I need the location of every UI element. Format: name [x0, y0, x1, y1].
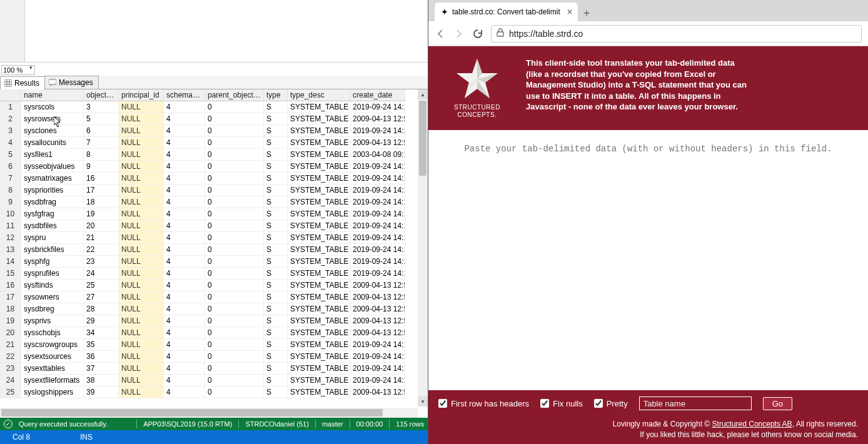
cell[interactable]: S [264, 315, 288, 327]
cell[interactable]: SYSTEM_TABLE [288, 268, 350, 280]
cell[interactable]: S [264, 125, 288, 137]
cell[interactable]: 29 [84, 315, 119, 327]
row-number[interactable]: 12 [0, 232, 21, 244]
results-grid[interactable]: nameobject_idprincipal_idschema_idparent… [0, 89, 428, 398]
cell[interactable]: 19 [84, 208, 119, 220]
tab-results[interactable]: Results [0, 76, 45, 89]
cell[interactable]: SYSTEM_TABLE [288, 184, 350, 196]
cell[interactable]: S [264, 303, 288, 315]
cell[interactable]: 2019-09-24 14:19 [350, 268, 405, 280]
cell[interactable]: S [264, 208, 288, 220]
table-name-input[interactable] [639, 396, 752, 410]
cell[interactable]: S [264, 196, 288, 208]
cell[interactable]: sysprufiles [21, 268, 84, 280]
column-header[interactable]: object_id [84, 89, 119, 101]
row-number[interactable]: 14 [0, 256, 21, 268]
cell[interactable]: S [264, 220, 288, 232]
scroll-down-icon[interactable]: ▼ [418, 396, 428, 406]
cell[interactable]: 4 [164, 303, 205, 315]
cell[interactable]: 2009-04-13 12:59 [350, 386, 405, 398]
row-number[interactable]: 9 [0, 196, 21, 208]
cell[interactable]: 4 [164, 232, 205, 244]
paste-input[interactable] [440, 141, 857, 390]
go-button[interactable]: Go [763, 397, 792, 410]
cell[interactable]: 7 [84, 137, 119, 149]
cell[interactable]: 2019-09-24 14:19 [350, 161, 405, 173]
cell[interactable]: 2019-09-24 14:19 [350, 244, 405, 256]
row-number[interactable]: 19 [0, 315, 21, 327]
cell[interactable]: SYSTEM_TABLE [288, 280, 350, 291]
cell[interactable]: sysowners [21, 291, 84, 303]
cell[interactable]: 2009-04-13 12:59 [350, 137, 405, 149]
cell[interactable]: 0 [205, 280, 264, 291]
cell[interactable]: 2019-09-24 14:19 [350, 256, 405, 268]
cell[interactable]: SYSTEM_TABLE [288, 375, 350, 386]
cell[interactable]: 4 [164, 208, 205, 220]
cell[interactable]: sysdbreg [21, 303, 84, 315]
cell[interactable]: 20 [84, 220, 119, 232]
cell[interactable]: NULL [119, 280, 164, 291]
cell[interactable]: NULL [119, 351, 164, 363]
cell[interactable]: SYSTEM_TABLE [288, 137, 350, 149]
cell[interactable]: S [264, 101, 288, 113]
cell[interactable]: NULL [119, 137, 164, 149]
cell[interactable]: 0 [205, 291, 264, 303]
close-tab-icon[interactable]: ✕ [567, 8, 573, 16]
cell[interactable]: NULL [119, 339, 164, 351]
cell[interactable]: 0 [205, 351, 264, 363]
cell[interactable]: S [264, 184, 288, 196]
cell[interactable]: 27 [84, 291, 119, 303]
new-tab-button[interactable]: ＋ [578, 4, 595, 21]
cell[interactable]: syscsrowgroups [21, 339, 84, 351]
cell[interactable]: 0 [205, 113, 264, 125]
cell[interactable]: SYSTEM_TABLE [288, 161, 350, 173]
row-number[interactable]: 24 [0, 375, 21, 386]
cell[interactable]: S [264, 232, 288, 244]
cell[interactable]: 4 [164, 363, 205, 375]
cell[interactable]: 4 [164, 256, 205, 268]
cell[interactable]: 0 [205, 208, 264, 220]
cell[interactable]: SYSTEM_TABLE [288, 291, 350, 303]
cell[interactable]: SYSTEM_TABLE [288, 149, 350, 161]
cell[interactable]: 5 [84, 113, 119, 125]
cell[interactable]: 18 [84, 196, 119, 208]
cell[interactable]: S [264, 280, 288, 291]
cell[interactable]: sysdbfrag [21, 196, 84, 208]
row-number[interactable]: 15 [0, 268, 21, 280]
cell[interactable]: 2009-04-13 12:59 [350, 280, 405, 291]
cell[interactable]: 2019-09-24 14:19 [350, 125, 405, 137]
cell[interactable]: 2009-04-13 12:59 [350, 327, 405, 339]
cell[interactable]: 0 [205, 303, 264, 315]
cell[interactable]: 4 [164, 161, 205, 173]
row-number[interactable]: 16 [0, 280, 21, 291]
cell[interactable]: NULL [119, 386, 164, 398]
cell[interactable]: S [264, 149, 288, 161]
cell[interactable]: 0 [205, 268, 264, 280]
row-number[interactable]: 5 [0, 149, 21, 161]
vertical-scrollbar[interactable]: ▲ ▼ [418, 89, 428, 406]
cell[interactable]: 0 [205, 315, 264, 327]
scroll-up-icon[interactable]: ▲ [418, 89, 428, 99]
cell[interactable]: 0 [205, 149, 264, 161]
cell[interactable]: 6 [84, 125, 119, 137]
column-header[interactable]: type [264, 89, 288, 101]
cell[interactable]: SYSTEM_TABLE [288, 256, 350, 268]
column-header[interactable]: parent_object_id [205, 89, 264, 101]
cell[interactable]: 0 [205, 244, 264, 256]
row-number[interactable]: 6 [0, 161, 21, 173]
row-number[interactable]: 21 [0, 339, 21, 351]
cell[interactable]: sysrscols [21, 101, 84, 113]
row-number[interactable]: 18 [0, 303, 21, 315]
cell[interactable]: S [264, 375, 288, 386]
cell[interactable]: 8 [84, 149, 119, 161]
cell[interactable]: 4 [164, 113, 205, 125]
cell[interactable]: 4 [164, 220, 205, 232]
cell[interactable]: NULL [119, 196, 164, 208]
cell[interactable]: 4 [164, 327, 205, 339]
cell[interactable]: sysmatrixages [21, 173, 84, 184]
cell[interactable]: sysclones [21, 125, 84, 137]
cell[interactable]: 2019-09-24 14:19 [350, 101, 405, 113]
cell[interactable]: NULL [119, 220, 164, 232]
cell[interactable]: 4 [164, 315, 205, 327]
cell[interactable]: NULL [119, 375, 164, 386]
